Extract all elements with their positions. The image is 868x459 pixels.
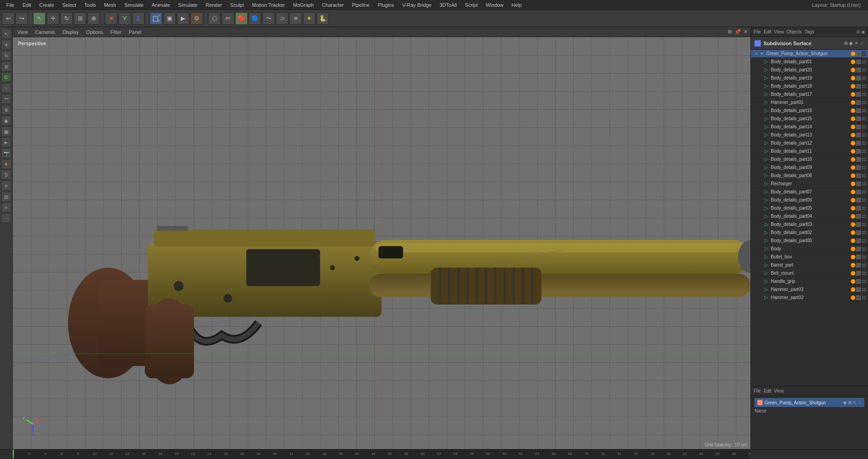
axis-z-btn[interactable]: Z bbox=[132, 12, 145, 25]
obj-list-item[interactable]: ▷Bullet_box bbox=[751, 253, 868, 261]
obj-item-sq[interactable] bbox=[856, 222, 861, 227]
obj-item-sq[interactable] bbox=[856, 271, 861, 276]
select-btn[interactable]: ↖ bbox=[33, 12, 46, 25]
render-btn[interactable]: ⚙ bbox=[190, 12, 203, 25]
obj-list-item[interactable]: ▷Body_details_part04 bbox=[751, 212, 868, 220]
menu-mesh[interactable]: Mesh bbox=[100, 1, 120, 9]
obj-item-sq[interactable] bbox=[856, 295, 861, 300]
cube-btn[interactable] bbox=[150, 12, 162, 25]
obj-item-sq[interactable] bbox=[856, 68, 861, 72]
obj-list-item[interactable]: ▷Body_details_part09 bbox=[751, 164, 868, 172]
obj-item-dot[interactable] bbox=[851, 141, 855, 145]
obj-list-item[interactable]: ▷Body_details_part06 bbox=[751, 196, 868, 204]
menu-script[interactable]: Script bbox=[461, 1, 481, 9]
lower-menu-edit[interactable]: Edit bbox=[764, 389, 771, 393]
obj-list-item[interactable]: ▷Body_details_part01 bbox=[751, 58, 868, 66]
obj-list-item[interactable]: ▷Hammer_part03 bbox=[751, 286, 868, 294]
undo-btn[interactable]: ↩ bbox=[2, 12, 14, 25]
obj-list-item[interactable]: ▷Body bbox=[751, 245, 868, 253]
obj-item-dot[interactable] bbox=[851, 149, 855, 154]
viewport-menu-cameras[interactable]: Cameras bbox=[33, 28, 57, 36]
obj-item-dot[interactable] bbox=[851, 255, 855, 259]
menu-help[interactable]: Help bbox=[508, 1, 526, 9]
path-btn[interactable]: ⊃ bbox=[276, 12, 288, 25]
menu-create[interactable]: Create bbox=[36, 1, 58, 9]
viewport-icon-1[interactable]: ⊞ bbox=[728, 29, 732, 35]
obj-list-item[interactable]: ▷Body_details_part18 bbox=[751, 82, 868, 90]
menu-edit[interactable]: Edit bbox=[19, 1, 35, 9]
sidebar-scale[interactable]: ⊞ bbox=[1, 61, 11, 71]
obj-list-item[interactable]: ▷Belt_mount bbox=[751, 269, 868, 277]
menu-vray[interactable]: V-Ray Bridge bbox=[399, 1, 435, 9]
sidebar-brush[interactable]: ✏ bbox=[1, 181, 11, 191]
obj-item-sq[interactable] bbox=[856, 263, 861, 267]
obj-list-item[interactable]: ▷Barrel_part bbox=[751, 261, 868, 269]
subdiv-checkmark[interactable]: ✓ bbox=[860, 40, 864, 47]
menu-window[interactable]: Window bbox=[482, 1, 507, 9]
sidebar-spline[interactable]: 〜 bbox=[1, 94, 11, 104]
menu-pipeline[interactable]: Pipeline bbox=[348, 1, 373, 9]
obj-item-sq[interactable] bbox=[856, 214, 861, 219]
obj-list-item[interactable]: ▷Body_details_part11 bbox=[751, 147, 868, 155]
menu-simulate[interactable]: Simulate bbox=[121, 1, 147, 9]
obj-sq[interactable] bbox=[856, 52, 861, 56]
obj-list-item[interactable]: ▷Body_details_part13 bbox=[751, 131, 868, 139]
menu-select[interactable]: Select bbox=[59, 1, 80, 9]
sidebar-layer[interactable]: ≡ bbox=[1, 202, 11, 212]
menu-simulate2[interactable]: Simulate bbox=[175, 1, 201, 9]
move-btn[interactable]: ✛ bbox=[47, 12, 59, 25]
obj-item-dot[interactable] bbox=[851, 214, 855, 219]
menu-character[interactable]: Character bbox=[318, 1, 347, 9]
obj-item-sq[interactable] bbox=[856, 117, 861, 121]
obj-list-item[interactable]: ▷Body_details_part00 bbox=[751, 237, 868, 245]
viewport-menu-display[interactable]: Display bbox=[61, 28, 80, 36]
obj-item-sq[interactable] bbox=[856, 173, 861, 178]
obj-item-sq[interactable] bbox=[856, 100, 861, 105]
obj-list-item[interactable]: ▷Hammer_part01 bbox=[751, 98, 868, 107]
viewport-icon-3[interactable]: ✕ bbox=[744, 29, 748, 35]
magnet-btn[interactable]: 🔴 bbox=[235, 12, 248, 25]
obj-list-item[interactable]: ▷Body_details_part17 bbox=[751, 90, 868, 98]
obj-item-dot[interactable] bbox=[851, 92, 855, 97]
menu-3dtoall[interactable]: 3DToAll bbox=[436, 1, 460, 9]
lower-menu-file[interactable]: File bbox=[754, 389, 761, 393]
sidebar-grid[interactable]: ▤ bbox=[1, 192, 11, 201]
obj-list-item[interactable]: ▷Body_details_part02 bbox=[751, 229, 868, 237]
viewport-menu-view[interactable]: View bbox=[15, 28, 30, 36]
obj-list-item[interactable]: ▷Hammer_part02 bbox=[751, 294, 868, 302]
rotate-btn[interactable]: ↻ bbox=[60, 12, 73, 25]
obj-item-sq[interactable] bbox=[856, 279, 861, 284]
obj-item-sq[interactable] bbox=[856, 198, 861, 202]
obj-item-dot[interactable] bbox=[851, 239, 855, 243]
obj-item-dot[interactable] bbox=[851, 182, 855, 186]
obj-list-item[interactable]: ▷Body_details_part15 bbox=[751, 115, 868, 123]
menu-file[interactable]: File bbox=[3, 1, 18, 9]
obj-menu-edit[interactable]: Edit bbox=[764, 29, 771, 34]
menu-sculpt[interactable]: Sculpt bbox=[226, 1, 248, 9]
polygon-btn[interactable]: ⬡ bbox=[208, 12, 221, 25]
obj-item-dot[interactable] bbox=[851, 190, 855, 194]
obj-menu-tags[interactable]: Tags bbox=[805, 29, 814, 34]
obj-item-dot[interactable] bbox=[851, 125, 855, 129]
obj-item-dot[interactable] bbox=[851, 60, 855, 64]
obj-item-dot[interactable] bbox=[851, 295, 855, 300]
obj-list-item[interactable]: ▷Body_details_part19 bbox=[751, 74, 868, 82]
selected-object-row[interactable]: Green_Pump_Action_Shotgun ◉ ⊞ ✕ ⋮ bbox=[755, 398, 864, 407]
bezier-btn[interactable]: 〜 bbox=[262, 12, 275, 25]
axis-x-btn[interactable]: ✕ bbox=[105, 12, 118, 25]
obj-list-item[interactable]: ▷Body_details_part20 bbox=[751, 66, 868, 74]
obj-item-dot[interactable] bbox=[851, 76, 855, 80]
obj-item-dot[interactable] bbox=[851, 230, 855, 235]
menu-mograph[interactable]: MoGraph bbox=[289, 1, 317, 9]
nurbs-btn[interactable]: ≋ bbox=[289, 12, 302, 25]
obj-item-sq[interactable] bbox=[856, 60, 861, 64]
obj-item-sq[interactable] bbox=[856, 92, 861, 97]
obj-item-sq[interactable] bbox=[856, 157, 861, 162]
obj-item-sq[interactable] bbox=[856, 149, 861, 154]
obj-menu-file[interactable]: File bbox=[754, 29, 761, 34]
obj-item-dot[interactable] bbox=[851, 279, 855, 284]
sidebar-extra[interactable]: ⋯ bbox=[1, 213, 11, 223]
obj-item-dot[interactable] bbox=[851, 165, 855, 170]
obj-item-sq[interactable] bbox=[856, 182, 861, 186]
sidebar-material[interactable]: ◉ bbox=[1, 116, 11, 126]
